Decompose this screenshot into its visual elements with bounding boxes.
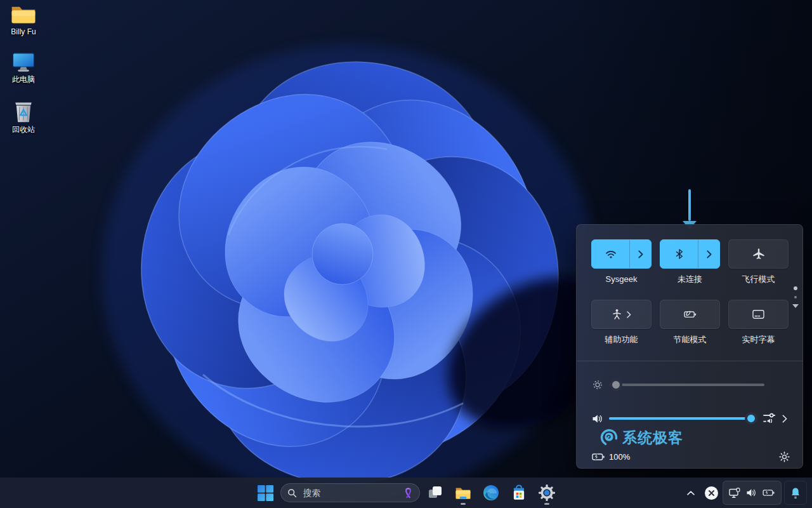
start-button[interactable] [252,480,278,505]
pager-down-arrow[interactable] [792,304,799,308]
notification-bell-icon [790,487,801,499]
brightness-row [592,376,787,394]
accessibility-icon [612,309,622,320]
edit-quick-settings-gear-icon[interactable] [779,451,790,462]
chevron-right-icon [627,311,631,318]
wifi-icon [605,250,617,259]
brightness-icon [592,379,603,391]
annotation-arrow-shaft [688,189,691,221]
taskbar-search-box[interactable] [280,483,420,502]
qs-cell-airplane: 飞行模式 [728,239,789,284]
battery-tray-icon [763,488,775,497]
task-view-icon [428,485,443,500]
bluetooth-expand-button[interactable] [698,240,719,268]
accessibility-tile[interactable] [591,300,652,329]
search-highlight-ribbon-icon [403,487,413,499]
airplane-mode-tile[interactable] [728,239,789,269]
desktop-icon-label: 回收站 [12,125,35,134]
energy-saver-icon [684,309,697,319]
windows-start-icon [258,485,273,501]
microsoft-store-button[interactable] [506,480,532,505]
edge-button[interactable] [478,480,504,505]
volume-slider[interactable] [609,417,757,420]
pager-dot-current [794,286,797,290]
wifi-toggle[interactable] [592,240,629,268]
volume-fill [609,417,751,420]
volume-mixer-icon [763,413,776,424]
live-captions-icon [752,309,764,319]
quick-settings-tray-button[interactable] [723,481,782,505]
search-input[interactable] [302,488,398,498]
settings-button[interactable] [534,480,560,505]
live-captions-tile[interactable] [728,300,789,329]
sysgeek-watermark-text: 系统极客 [622,428,683,447]
panel-divider [577,361,802,361]
taskbar-center-group [252,478,560,508]
file-explorer-button[interactable] [450,480,476,505]
desktop-icon-label: 此电脑 [12,75,35,84]
volume-tray-icon [746,488,757,498]
chevron-right-icon [638,250,643,258]
live-captions-tile-label: 实时字幕 [742,335,775,344]
running-indicator [461,503,466,505]
energy-saver-tile[interactable] [660,300,720,329]
task-view-button[interactable] [422,480,448,505]
bluetooth-toggle[interactable] [660,240,698,268]
battery-charging-icon [592,452,605,462]
wifi-tile[interactable] [591,239,652,269]
volume-row [592,410,787,427]
brightness-slider[interactable] [610,384,764,386]
quick-settings-footer: 100% [592,448,790,465]
brightness-handle[interactable] [610,378,622,391]
qs-cell-bluetooth: 未连接 [660,239,720,284]
sound-output-chevron-icon[interactable] [782,415,787,423]
bluetooth-tile[interactable] [660,239,720,269]
battery-status-button[interactable]: 100% [592,452,630,462]
chevron-right-icon [707,250,712,258]
qs-cell-accessibility: 辅助功能 [591,300,652,344]
airplane-mode-tile-label: 飞行模式 [742,274,775,284]
desktop-icon-recycle-bin[interactable]: 回收站 [0,99,47,134]
annotation-arrow-to-bluetooth [683,189,697,229]
folder-icon [10,3,37,25]
tray-app-x-button[interactable] [702,481,720,505]
file-explorer-icon [455,485,471,500]
sysgeek-logo-icon [599,428,619,447]
volume-handle[interactable] [745,412,757,425]
bluetooth-tile-label: 未连接 [678,274,702,284]
network-display-icon [729,488,740,498]
airplane-icon [753,248,764,260]
pager-dot [794,296,797,298]
chevron-up-icon [687,491,695,495]
taskbar [0,478,812,508]
sysgeek-watermark: 系统极客 [599,428,683,447]
search-icon [287,488,297,498]
accessibility-tile-label: 辅助功能 [605,335,638,344]
show-hidden-icons-button[interactable] [682,481,700,505]
edge-icon [483,485,499,501]
quick-settings-pager [792,286,799,308]
qs-cell-energy-saver: 节能模式 [660,300,720,344]
bluetooth-icon [676,249,683,259]
desktop-icon-this-pc[interactable]: 此电脑 [0,51,47,84]
taskbar-tray [682,478,807,508]
wifi-expand-button[interactable] [629,240,651,268]
energy-saver-tile-label: 节能模式 [674,335,707,344]
desktop-icon-label: Billy Fu [11,27,36,36]
desktop-icon-billy-fu[interactable]: Billy Fu [0,3,47,36]
this-pc-icon [11,51,36,73]
volume-icon [592,413,603,424]
qs-cell-wifi: Sysgeek [591,239,652,284]
desktop-icon-list: Billy Fu 此电脑 回收站 [0,3,47,149]
recycle-bin-icon [12,99,35,123]
settings-gear-icon [539,485,555,501]
shield-x-icon [704,486,719,500]
quick-settings-panel: Sysgeek 未连接 [576,224,803,469]
notification-center-button[interactable] [784,481,807,505]
battery-percent-label: 100% [609,452,630,462]
wifi-tile-label: Sysgeek [606,274,638,284]
qs-cell-live-captions: 实时字幕 [728,300,789,344]
quick-settings-tile-grid: Sysgeek 未连接 [591,239,789,344]
microsoft-store-icon [511,485,527,501]
running-indicator [544,503,549,505]
